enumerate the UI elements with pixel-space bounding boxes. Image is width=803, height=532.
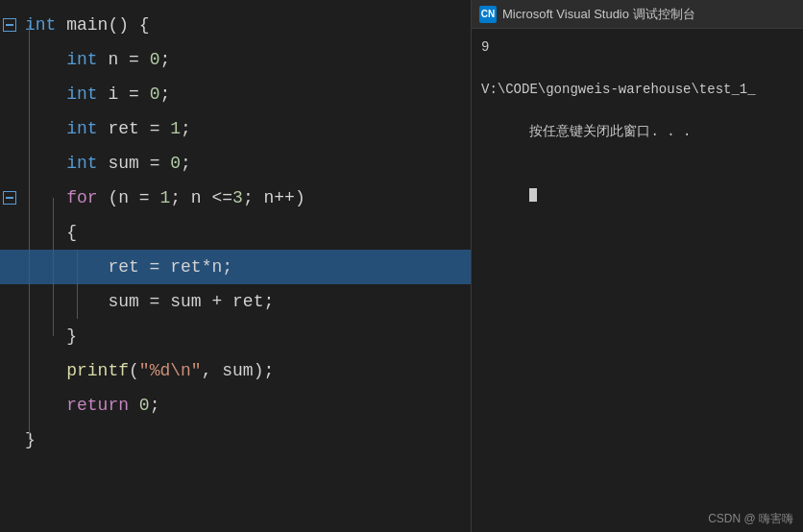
console-output-2 <box>481 58 793 79</box>
console-titlebar: CN Microsoft Visual Studio 调试控制台 <box>472 0 803 29</box>
console-output-3: V:\CODE\gongweis-warehouse\test_1_ <box>481 79 793 100</box>
token: ; <box>159 50 170 69</box>
token: ; <box>159 85 170 104</box>
console-output-4: 按任意键关闭此窗口. . . <box>481 100 793 163</box>
token: 0 <box>170 154 181 173</box>
code-panel: int main() { int n = 0; int i = 0; int r… <box>0 0 471 532</box>
token <box>25 154 66 173</box>
code-content: int main() { int n = 0; int i = 0; int r… <box>0 0 471 465</box>
token <box>25 188 66 207</box>
line-code: int main() { <box>21 8 471 42</box>
token: 1 <box>170 119 181 138</box>
line-code: } <box>21 423 471 457</box>
code-line: int i = 0; <box>0 77 471 111</box>
console-title: Microsoft Visual Studio 调试控制台 <box>502 6 695 23</box>
line-code: int ret = 1; <box>21 111 471 146</box>
token <box>25 85 66 104</box>
console-panel: CN Microsoft Visual Studio 调试控制台 9 V:\CO… <box>471 0 803 532</box>
line-code: { <box>21 215 471 250</box>
code-line: } <box>0 319 471 353</box>
token: ( <box>129 361 139 380</box>
code-line: int main() { <box>0 8 471 42</box>
token: { <box>25 223 77 242</box>
code-line: int n = 0; <box>0 42 471 77</box>
code-line: return 0; <box>0 388 471 423</box>
token: } <box>25 430 36 449</box>
code-line: ret = ret*n; <box>0 250 471 284</box>
console-footer: CSDN @ 嗨害嗨 <box>472 505 803 532</box>
token: main() { <box>56 15 149 35</box>
line-code: sum = sum + ret; <box>21 284 471 319</box>
token: ; <box>181 119 191 138</box>
code-line: for (n = 1; n <=3; n++) <box>0 181 471 215</box>
token <box>25 361 66 380</box>
console-body: 9 V:\CODE\gongweis-warehouse\test_1_ 按任意… <box>472 29 803 505</box>
vs-icon: CN <box>479 6 497 23</box>
token: i = <box>98 85 150 104</box>
line-code: int n = 0; <box>21 42 471 77</box>
token <box>25 119 66 138</box>
token: ; n++) <box>243 188 305 207</box>
token: "%d\n" <box>139 361 202 380</box>
line-code: printf("%d\n", sum); <box>21 353 471 388</box>
code-line: } <box>0 423 471 457</box>
code-line: sum = sum + ret; <box>0 284 471 319</box>
token <box>25 50 66 69</box>
token: ; n <= <box>170 188 232 207</box>
line-code: } <box>21 319 471 353</box>
line-code: for (n = 1; n <=3; n++) <box>21 181 471 215</box>
token: sum = <box>98 154 171 173</box>
token: for <box>66 188 97 207</box>
code-line: { <box>0 215 471 250</box>
code-line: int sum = 0; <box>0 146 471 181</box>
console-cursor-line <box>481 163 793 227</box>
token: 0 <box>150 85 160 104</box>
token <box>25 396 66 415</box>
line-code: int i = 0; <box>21 77 471 111</box>
token: sum = sum + ret; <box>25 292 274 311</box>
code-line: int ret = 1; <box>0 111 471 146</box>
token: (n = <box>98 188 160 207</box>
console-output-1: 9 <box>481 36 793 58</box>
line-code: int sum = 0; <box>21 146 471 181</box>
token: ret = <box>98 119 171 138</box>
token: ; <box>181 154 191 173</box>
token: , sum); <box>202 361 275 380</box>
token: 0 <box>139 396 150 415</box>
token: int <box>66 50 97 69</box>
token: int <box>66 119 97 138</box>
token: 3 <box>232 188 243 207</box>
line-code: return 0; <box>21 388 471 423</box>
code-line: printf("%d\n", sum); <box>0 353 471 388</box>
struct-line-main <box>29 25 30 440</box>
token: } <box>25 326 77 346</box>
console-cursor <box>529 188 537 202</box>
struct-line-inner <box>77 250 78 319</box>
token: return <box>66 396 129 415</box>
struct-line-for <box>53 198 54 336</box>
token: ; <box>150 396 160 415</box>
token <box>129 396 139 415</box>
vs-icon-label: CN <box>481 9 495 19</box>
footer-text: CSDN @ 嗨害嗨 <box>708 511 793 527</box>
token: n = <box>98 50 150 69</box>
token: 0 <box>150 50 160 69</box>
token: int <box>66 154 97 173</box>
line-code: ret = ret*n; <box>21 250 471 284</box>
token: int <box>66 85 97 104</box>
token: ret = ret*n; <box>25 257 232 277</box>
token: 1 <box>159 188 170 207</box>
token: printf <box>66 361 129 380</box>
